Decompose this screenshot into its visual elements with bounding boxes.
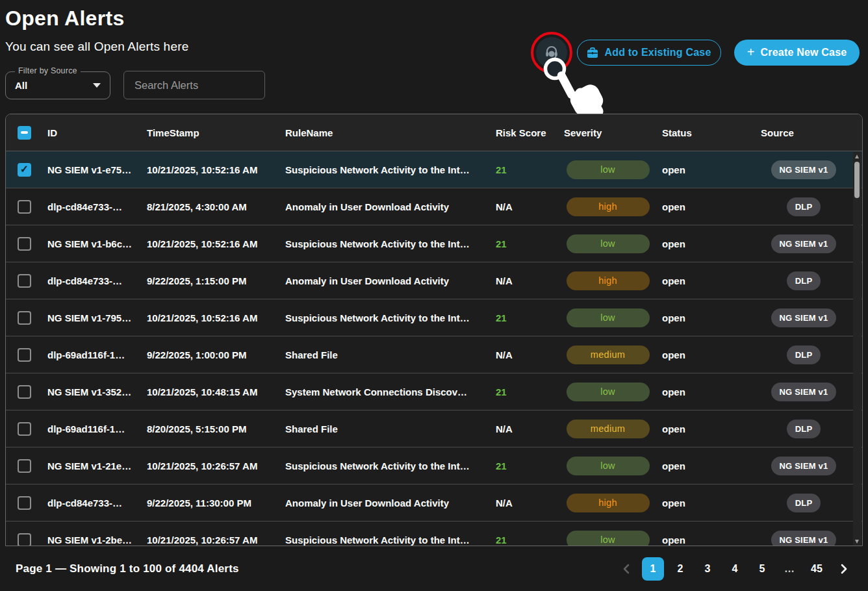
cell-riskscore: N/A — [491, 497, 559, 509]
row-checkbox[interactable] — [18, 385, 31, 399]
severity-badge: high — [567, 271, 650, 290]
row-checkbox[interactable] — [18, 311, 31, 325]
page-button-2[interactable]: 2 — [669, 557, 691, 581]
source-badge: NG SIEM v1 — [771, 160, 837, 179]
table-row[interactable]: NG SIEM v1-b6c… 10/21/2025, 10:52:16 AM … — [6, 225, 862, 262]
select-all-checkbox[interactable] — [18, 126, 31, 140]
table-row[interactable]: dlp-69ad116f-1… 8/20/2025, 5:15:00 PM Sh… — [6, 410, 862, 447]
column-header-riskscore[interactable]: Risk Score — [491, 127, 559, 138]
briefcase-icon — [587, 47, 598, 58]
row-checkbox[interactable] — [18, 496, 31, 510]
page-button-3[interactable]: 3 — [696, 557, 719, 581]
cell-timestamp: 9/22/2025, 11:30:00 PM — [142, 497, 280, 509]
row-checkbox[interactable] — [18, 422, 31, 436]
cell-id: NG SIEM v1-795… — [42, 312, 142, 323]
row-checkbox[interactable] — [18, 348, 31, 362]
source-badge: NG SIEM v1 — [771, 308, 837, 327]
cell-riskscore: N/A — [491, 349, 559, 360]
row-checkbox[interactable]: ✓ — [18, 163, 31, 177]
cell-timestamp: 8/20/2025, 5:15:00 PM — [142, 423, 280, 434]
cell-rulename: Anomaly in User Download Activity — [280, 201, 491, 212]
cell-id: dlp-69ad116f-1… — [42, 349, 142, 360]
table-row[interactable]: NG SIEM v1-795… 10/21/2025, 10:52:16 AM … — [6, 299, 862, 336]
create-new-case-button[interactable]: + Create New Case — [734, 40, 860, 66]
scrollbar-down-arrow-icon[interactable] — [855, 540, 859, 544]
cell-rulename: System Network Connections Discov… — [280, 386, 491, 397]
source-badge: DLP — [787, 197, 821, 216]
cell-timestamp: 10/21/2025, 10:26:57 AM — [142, 460, 280, 472]
severity-badge: low — [567, 531, 650, 547]
cell-riskscore: 21 — [491, 312, 559, 323]
cell-rulename: Suspicious Network Activity to the Int… — [280, 534, 491, 546]
column-header-status[interactable]: Status — [657, 127, 756, 138]
column-header-severity[interactable]: Severity — [559, 127, 657, 138]
cell-status: open — [657, 423, 756, 434]
severity-badge: low — [567, 308, 650, 327]
source-badge: DLP — [787, 271, 821, 290]
page-title: Open Alerts — [5, 6, 125, 31]
support-button[interactable] — [536, 37, 567, 68]
cell-riskscore: N/A — [491, 275, 559, 286]
row-checkbox[interactable] — [18, 533, 31, 547]
row-checkbox[interactable] — [18, 459, 31, 473]
prev-page-button[interactable] — [615, 557, 637, 581]
table-row[interactable]: dlp-cd84e733-… 9/22/2025, 1:15:00 PM Ano… — [6, 262, 862, 299]
table-row[interactable]: NG SIEM v1-352… 10/21/2025, 10:48:15 AM … — [6, 373, 862, 410]
filter-by-source-select[interactable]: Filter by Source All — [5, 71, 110, 99]
cell-id: NG SIEM v1-b6c… — [42, 238, 142, 249]
cell-id: NG SIEM v1-2be… — [42, 534, 142, 546]
add-to-existing-case-button[interactable]: Add to Existing Case — [577, 40, 721, 66]
scrollbar-up-arrow-icon[interactable] — [855, 155, 859, 158]
page-button-4[interactable]: 4 — [724, 557, 746, 581]
row-checkbox[interactable] — [18, 274, 31, 288]
row-checkbox[interactable] — [18, 200, 31, 214]
cell-status: open — [657, 238, 756, 249]
cell-id: NG SIEM v1-e75… — [42, 164, 142, 175]
cell-status: open — [657, 534, 756, 546]
table-row[interactable]: ✓ NG SIEM v1-e75… 10/21/2025, 10:52:16 A… — [6, 151, 862, 188]
column-header-rulename[interactable]: RuleName — [280, 127, 491, 138]
cell-riskscore: 21 — [491, 534, 559, 546]
cell-status: open — [657, 460, 756, 472]
severity-badge: medium — [567, 420, 650, 438]
page-button-45[interactable]: 45 — [806, 557, 828, 581]
table-row[interactable]: NG SIEM v1-2be… 10/21/2025, 10:26:57 AM … — [6, 522, 862, 546]
cell-rulename: Anomaly in User Download Activity — [280, 497, 491, 509]
table-row[interactable]: dlp-cd84e733-… 8/21/2025, 4:30:00 AM Ano… — [6, 188, 862, 225]
scrollbar-thumb[interactable] — [854, 162, 860, 198]
chevron-left-icon — [622, 564, 630, 574]
cell-id: dlp-69ad116f-1… — [42, 423, 142, 434]
cell-status: open — [657, 349, 756, 360]
cell-status: open — [657, 275, 756, 286]
cell-id: dlp-cd84e733-… — [42, 275, 142, 286]
cell-rulename: Anomaly in User Download Activity — [280, 275, 491, 286]
cell-rulename: Suspicious Network Activity to the Int… — [280, 460, 491, 472]
column-header-timestamp[interactable]: TimeStamp — [142, 127, 280, 138]
table-row[interactable]: NG SIEM v1-21e… 10/21/2025, 10:26:57 AM … — [6, 447, 862, 484]
add-to-existing-case-label: Add to Existing Case — [604, 47, 711, 58]
cell-timestamp: 9/22/2025, 1:00:00 PM — [142, 349, 280, 360]
severity-badge: low — [567, 383, 650, 401]
cell-id: NG SIEM v1-21e… — [42, 460, 142, 472]
cell-timestamp: 10/21/2025, 10:52:16 AM — [142, 238, 280, 249]
cell-rulename: Suspicious Network Activity to the Int… — [280, 238, 491, 249]
table-scrollbar[interactable] — [853, 152, 862, 546]
source-badge: NG SIEM v1 — [771, 234, 837, 253]
pagination-summary: Page 1 — Showing 1 to 100 of 4404 Alerts — [16, 562, 239, 575]
table-row[interactable]: dlp-cd84e733-… 9/22/2025, 11:30:00 PM An… — [6, 484, 862, 522]
cell-timestamp: 10/21/2025, 10:48:15 AM — [142, 386, 280, 397]
row-checkbox[interactable] — [18, 237, 31, 251]
column-header-id[interactable]: ID — [42, 127, 142, 138]
next-page-button[interactable] — [833, 557, 855, 581]
source-badge: NG SIEM v1 — [771, 531, 837, 547]
table-header-row: ID TimeStamp RuleName Risk Score Severit… — [6, 114, 862, 151]
search-input[interactable] — [123, 71, 265, 99]
page-button-5[interactable]: 5 — [751, 557, 773, 581]
page-button-1[interactable]: 1 — [642, 557, 664, 581]
column-header-source[interactable]: Source — [756, 127, 863, 138]
cell-timestamp: 10/21/2025, 10:52:16 AM — [142, 164, 280, 175]
cell-timestamp: 10/21/2025, 10:26:57 AM — [142, 534, 280, 546]
source-badge: NG SIEM v1 — [771, 383, 837, 401]
cell-timestamp: 10/21/2025, 10:52:16 AM — [142, 312, 280, 323]
table-row[interactable]: dlp-69ad116f-1… 9/22/2025, 1:00:00 PM Sh… — [6, 336, 862, 373]
